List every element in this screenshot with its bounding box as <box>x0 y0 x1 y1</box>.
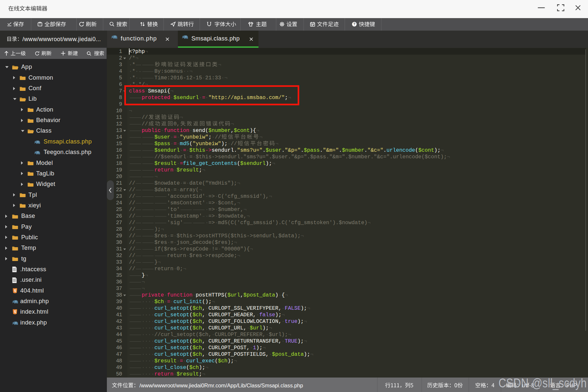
svg-text:?: ? <box>353 22 355 26</box>
svg-text:5: 5 <box>14 289 16 292</box>
svg-text:5: 5 <box>14 310 16 314</box>
